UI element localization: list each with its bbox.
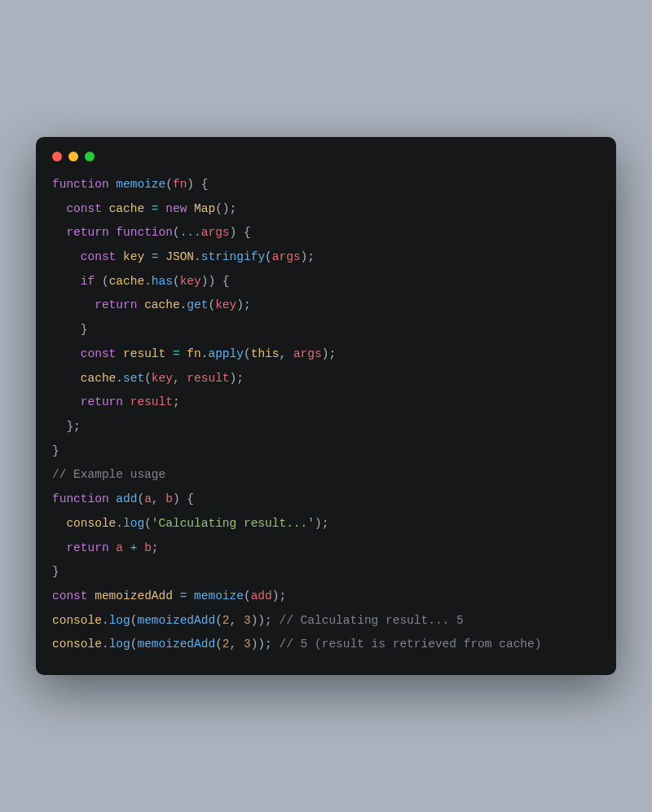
- close-icon[interactable]: [52, 152, 62, 161]
- window-titlebar: [52, 152, 600, 161]
- code-window: function memoize(fn) { const cache = new…: [36, 137, 616, 675]
- minimize-icon[interactable]: [68, 152, 78, 161]
- maximize-icon[interactable]: [85, 152, 95, 161]
- code-block: function memoize(fn) { const cache = new…: [52, 173, 600, 657]
